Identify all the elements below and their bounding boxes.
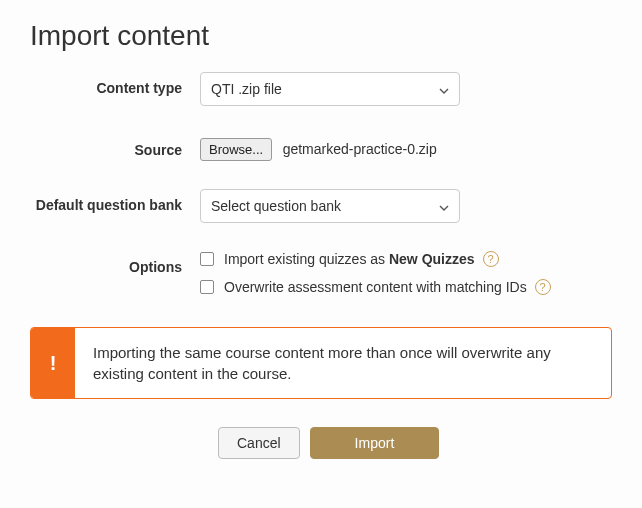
option-overwrite-ids-label: Overwrite assessment content with matchi… <box>224 279 527 295</box>
chevron-down-icon <box>439 81 449 97</box>
chevron-down-icon <box>439 198 449 214</box>
question-bank-value: Select question bank <box>211 198 341 214</box>
warning-alert-text: Importing the same course content more t… <box>75 328 611 398</box>
content-type-value: QTI .zip file <box>211 81 282 97</box>
label-options: Options <box>30 251 200 275</box>
row-content-type: Content type QTI .zip file <box>30 72 612 106</box>
option-new-quizzes: Import existing quizzes as New Quizzes ? <box>200 251 612 267</box>
option-overwrite-ids: Overwrite assessment content with matchi… <box>200 279 612 295</box>
cancel-button[interactable]: Cancel <box>218 427 300 459</box>
checkbox-new-quizzes[interactable] <box>200 252 214 266</box>
row-source: Source Browse... getmarked-practice-0.zi… <box>30 134 612 161</box>
selected-filename: getmarked-practice-0.zip <box>283 141 437 157</box>
browse-button[interactable]: Browse... <box>200 138 272 161</box>
warning-alert: ! Importing the same course content more… <box>30 327 612 399</box>
help-icon[interactable]: ? <box>535 279 551 295</box>
help-icon[interactable]: ? <box>483 251 499 267</box>
exclamation-icon: ! <box>31 328 75 398</box>
import-button[interactable]: Import <box>310 427 440 459</box>
label-source: Source <box>30 134 200 158</box>
checkbox-overwrite-ids[interactable] <box>200 280 214 294</box>
option-new-quizzes-prefix: Import existing quizzes as <box>224 251 389 267</box>
page-title: Import content <box>30 20 612 52</box>
label-content-type: Content type <box>30 72 200 96</box>
question-bank-select[interactable]: Select question bank <box>200 189 460 223</box>
row-options: Options Import existing quizzes as New Q… <box>30 251 612 307</box>
option-new-quizzes-bold: New Quizzes <box>389 251 475 267</box>
content-type-select[interactable]: QTI .zip file <box>200 72 460 106</box>
row-question-bank: Default question bank Select question ba… <box>30 189 612 223</box>
label-question-bank: Default question bank <box>30 189 200 213</box>
button-bar: Cancel Import <box>218 427 612 459</box>
